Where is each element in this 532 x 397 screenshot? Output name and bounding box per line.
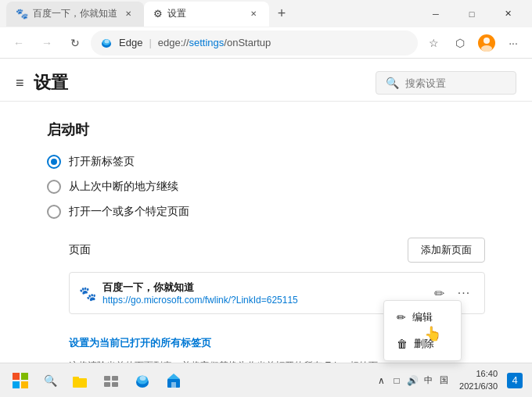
svg-point-5 — [481, 45, 492, 52]
avatar-icon — [478, 34, 495, 52]
search-icon: 🔍 — [386, 77, 399, 89]
maximize-button[interactable]: □ — [454, 2, 490, 27]
option-new-tab-label: 打开新标签页 — [69, 155, 135, 169]
refresh-button[interactable]: ↻ — [63, 30, 88, 55]
startup-section-title: 启动时 — [47, 120, 485, 139]
taskbar-search-button[interactable]: 🔍 — [38, 368, 63, 393]
tab-baidu-close[interactable]: ✕ — [122, 8, 135, 20]
clock-time: 16:40 — [459, 368, 498, 380]
radio-new-tab[interactable] — [47, 155, 61, 169]
tab-baidu-favicon: 🐾 — [16, 8, 28, 20]
option-continue[interactable]: 从上次中断的地方继续 — [47, 180, 485, 194]
address-edge-label: Edge — [119, 37, 142, 48]
context-menu: ✏ 编辑 🗑 删除 — [383, 300, 462, 361]
pages-label: 页面 — [69, 243, 91, 257]
tab-settings[interactable]: ⚙ 设置 ✕ — [144, 2, 269, 27]
delete-icon: 🗑 — [397, 338, 408, 350]
page-url: https://go.microsoft.com/fwlink/?LinkId=… — [102, 295, 420, 306]
tab-settings-close[interactable]: ✕ — [247, 8, 260, 20]
address-full: edge://settings/onStartup — [158, 37, 271, 48]
forward-button[interactable]: → — [34, 30, 59, 55]
settings-header: ≡ 设置 🔍 — [0, 59, 532, 102]
favorites-button[interactable]: ☆ — [421, 30, 446, 55]
more-button[interactable]: ··· — [501, 30, 526, 55]
page-info: 百度一下，你就知道 https://go.microsoft.com/fwlin… — [102, 281, 420, 306]
option-new-tab[interactable]: 打开新标签页 — [47, 155, 485, 169]
taskbar-clock[interactable]: 16:40 2021/6/30 — [453, 368, 504, 392]
tab-settings-label: 设置 — [167, 7, 186, 20]
radio-continue[interactable] — [47, 180, 61, 194]
minimize-button[interactable]: ─ — [418, 2, 454, 27]
edit-menu-item[interactable]: ✏ 编辑 — [384, 304, 461, 331]
svg-rect-11 — [73, 377, 79, 380]
svg-point-18 — [140, 376, 146, 381]
tray-chevron[interactable]: ∧ — [375, 374, 387, 387]
nav-bar: ← → ↻ Edge | edge://settings/onStartup ☆… — [0, 27, 532, 59]
page-name: 百度一下，你就知道 — [102, 281, 420, 295]
edge-logo-icon — [100, 37, 113, 49]
close-button[interactable]: ✕ — [490, 2, 526, 27]
back-button[interactable]: ← — [6, 30, 31, 55]
search-input[interactable] — [405, 77, 506, 89]
taskbar-edge-app[interactable] — [128, 367, 156, 395]
tray-language-cn[interactable]: 国 — [437, 374, 450, 387]
tab-baidu[interactable]: 🐾 百度一下，你就知道 ✕ — [6, 2, 144, 27]
svg-rect-12 — [104, 376, 110, 381]
taskbar-right: ∧ □ 🔊 中 国 16:40 2021/6/30 4 — [375, 368, 526, 392]
edit-label: 编辑 — [412, 310, 433, 324]
file-explorer-icon — [71, 372, 88, 389]
svg-rect-14 — [104, 382, 110, 387]
address-bar[interactable]: Edge | edge://settings/onStartup — [91, 30, 418, 55]
svg-marker-20 — [167, 374, 180, 379]
address-separator: | — [149, 37, 151, 48]
page-title: 设置 — [34, 71, 68, 95]
tray-volume[interactable]: 🔊 — [406, 374, 419, 387]
option-specific[interactable]: 打开一个或多个特定页面 — [47, 205, 485, 219]
option-specific-label: 打开一个或多个特定页面 — [69, 205, 189, 219]
pages-section: 页面 添加新页面 🐾 百度一下，你就知道 https://go.microsof… — [69, 238, 485, 373]
svg-rect-15 — [112, 382, 118, 387]
svg-rect-13 — [112, 376, 118, 381]
edit-icon: ✏ — [397, 311, 406, 324]
delete-label: 删除 — [414, 337, 434, 351]
taskbar-task-view[interactable] — [97, 367, 125, 395]
notification-button[interactable]: 4 — [507, 373, 523, 388]
tray-display[interactable]: □ — [390, 374, 403, 387]
window-controls: ─ □ ✕ — [418, 2, 526, 27]
radio-specific[interactable] — [47, 205, 61, 219]
svg-point-4 — [483, 38, 490, 44]
clock-date: 2021/6/30 — [459, 381, 498, 392]
svg-rect-21 — [171, 382, 176, 388]
taskbar: 🔍 ∧ □ — [0, 363, 532, 397]
option-continue-label: 从上次中断的地方继续 — [69, 180, 178, 194]
sidebar-menu-button[interactable]: ≡ — [16, 75, 24, 91]
collections-button[interactable]: ⬡ — [448, 30, 473, 55]
start-button[interactable] — [6, 367, 34, 395]
page-favicon-icon: 🐾 — [79, 285, 95, 301]
search-box[interactable]: 🔍 — [376, 71, 516, 95]
page-item-wrapper: 🐾 百度一下，你就知道 https://go.microsoft.com/fwl… — [69, 272, 485, 314]
profile-button[interactable] — [474, 30, 499, 55]
add-page-button[interactable]: 添加新页面 — [408, 238, 485, 263]
windows-logo-icon — [13, 373, 28, 388]
store-icon — [165, 372, 182, 389]
delete-menu-item[interactable]: 🗑 删除 — [384, 331, 461, 357]
taskbar-store-app[interactable] — [160, 367, 188, 395]
tray-language-zh[interactable]: 中 — [422, 374, 434, 387]
nav-icons: ☆ ⬡ ··· — [421, 30, 526, 55]
task-view-icon — [102, 372, 120, 389]
svg-point-2 — [105, 39, 110, 43]
system-tray: ∧ □ 🔊 中 国 — [375, 374, 450, 387]
set-current-button[interactable]: 设置为当前已打开的所有标签页 — [69, 330, 211, 356]
new-tab-button[interactable]: + — [269, 2, 294, 27]
taskbar-file-explorer[interactable] — [66, 367, 94, 395]
settings-main: 启动时 打开新标签页 从上次中断的地方继续 打开一个或多个特定页面 页面 添加新… — [0, 102, 532, 387]
tab-settings-favicon: ⚙ — [153, 8, 163, 20]
svg-rect-9 — [21, 381, 28, 388]
settings-body: ≡ 设置 🔍 启动时 打开新标签页 从上次中断的地方继续 打开一个或多个特定页面 — [0, 59, 532, 387]
svg-rect-8 — [13, 381, 20, 388]
svg-rect-7 — [21, 373, 28, 380]
startup-options: 打开新标签页 从上次中断的地方继续 打开一个或多个特定页面 — [47, 155, 485, 219]
taskbar-edge-icon — [134, 372, 151, 389]
svg-rect-6 — [13, 373, 20, 380]
